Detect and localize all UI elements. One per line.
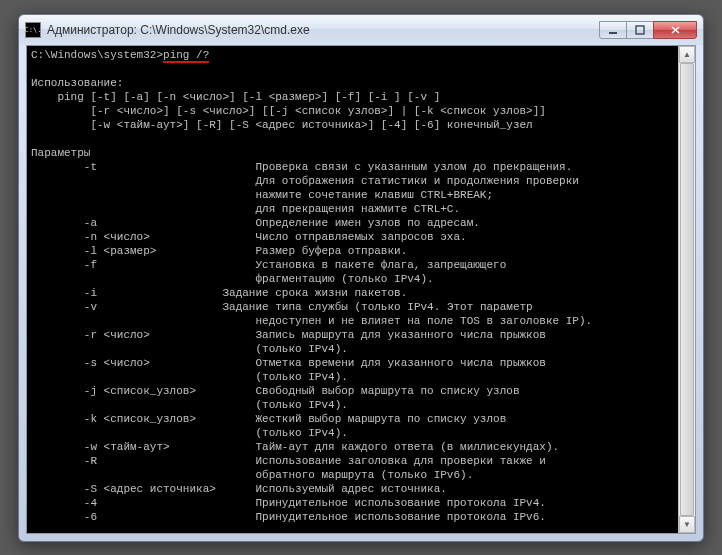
svg-rect-0 bbox=[609, 32, 617, 34]
scroll-down-button[interactable]: ▼ bbox=[679, 516, 695, 533]
cmd-window: C:\. Администратор: C:\Windows\System32\… bbox=[18, 14, 704, 542]
scroll-track[interactable] bbox=[679, 63, 695, 516]
client-area: C:\Windows\system32>ping /? Использовани… bbox=[26, 45, 696, 534]
prompt-path: C:\Windows\system32> bbox=[31, 49, 163, 61]
svg-rect-1 bbox=[636, 26, 644, 34]
vertical-scrollbar[interactable]: ▲ ▼ bbox=[678, 46, 695, 533]
entered-command: ping /? bbox=[163, 49, 209, 63]
close-button[interactable] bbox=[653, 21, 697, 39]
terminal-output[interactable]: C:\Windows\system32>ping /? Использовани… bbox=[27, 46, 695, 533]
cmd-icon: C:\. bbox=[25, 22, 41, 38]
scroll-thumb[interactable] bbox=[680, 63, 694, 516]
titlebar[interactable]: C:\. Администратор: C:\Windows\System32\… bbox=[19, 15, 703, 45]
window-title: Администратор: C:\Windows\System32\cmd.e… bbox=[47, 23, 600, 37]
window-controls bbox=[600, 21, 697, 39]
maximize-button[interactable] bbox=[626, 21, 654, 39]
scroll-up-button[interactable]: ▲ bbox=[679, 46, 695, 63]
minimize-button[interactable] bbox=[599, 21, 627, 39]
